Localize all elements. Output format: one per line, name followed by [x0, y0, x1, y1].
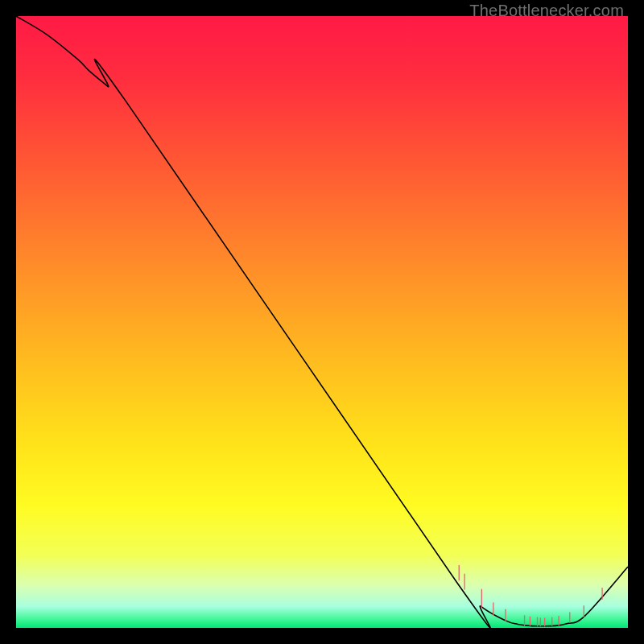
plot-area — [16, 16, 628, 628]
curve-layer — [16, 16, 628, 628]
chart-stage: TheBottlenecker.com — [0, 0, 644, 644]
watermark-text: TheBottlenecker.com — [469, 2, 624, 20]
bottleneck-curve — [16, 16, 628, 628]
curve-markers — [459, 565, 602, 625]
